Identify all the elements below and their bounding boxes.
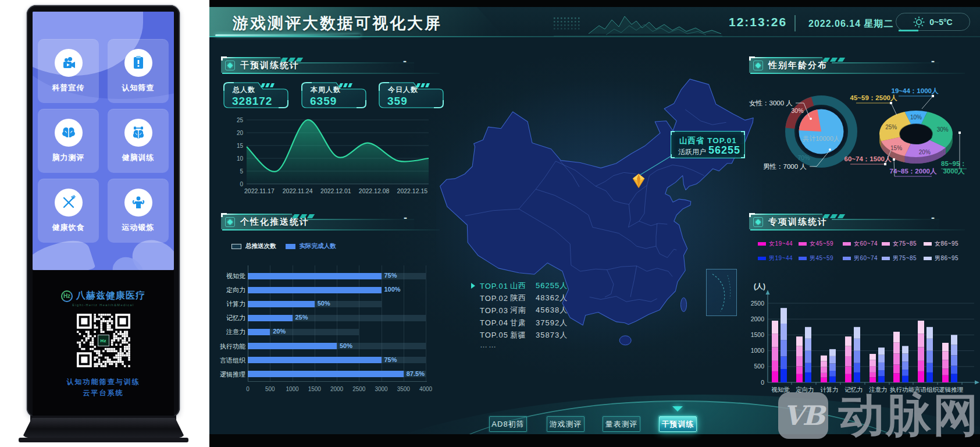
- date: 2022.06.14 星期二: [808, 18, 894, 30]
- chart-rect: [98, 354, 99, 356]
- chart-rect: [94, 320, 95, 322]
- kiosk-tile-3[interactable]: 脑力测评: [38, 109, 99, 173]
- minimize-button-gender-age[interactable]: -: [931, 58, 935, 64]
- legend-label: 男75~85: [893, 254, 917, 262]
- chart-text: 2022.12.08: [359, 187, 390, 194]
- chart-rect: [561, 17, 562, 19]
- legend-item-2[interactable]: 实际完成人数: [286, 242, 336, 250]
- div-shape: [749, 57, 822, 58]
- rect-shape: [137, 65, 139, 67]
- nav-button-1[interactable]: AD8初筛: [489, 416, 527, 432]
- legend-female-4[interactable]: 女75~85: [882, 240, 917, 248]
- stacked-bar-segment: [845, 366, 851, 374]
- stat-card-label: 今日人数: [388, 85, 418, 95]
- stacked-bar-segment: [796, 366, 803, 374]
- bar-percent-label: 87.5%: [407, 370, 425, 377]
- axis-line: [248, 265, 248, 381]
- muscle-icon: [124, 189, 152, 217]
- legend-male-5[interactable]: 男86~95: [924, 254, 958, 262]
- rect-shape: [136, 56, 141, 58]
- stacked-bar-segment: [893, 353, 900, 364]
- kiosk-tile-2[interactable]: 认知筛查: [108, 39, 169, 103]
- page-title: 游戏测评大数据可视化大屏: [233, 13, 442, 34]
- chart-text: 60~74：1500人: [844, 155, 892, 163]
- kiosk-stand-foot: [19, 438, 188, 442]
- stacked-bar-segment: [951, 366, 957, 374]
- minimize-button-special[interactable]: -: [931, 215, 935, 221]
- i-shape: [295, 58, 303, 62]
- top-province: 陕西: [510, 293, 536, 303]
- stacked-bar-segment: [772, 361, 778, 371]
- chart-rect: [85, 331, 87, 332]
- stacked-bar-segment: [893, 373, 900, 382]
- top-value: 48362人: [536, 293, 568, 303]
- chart-rect: [123, 346, 125, 347]
- div-shape: [832, 219, 939, 220]
- chart-rect: [117, 337, 119, 339]
- chart-rect: [106, 359, 108, 360]
- kiosk-tile-4[interactable]: 健脑训练: [108, 109, 169, 173]
- chart-rect: [100, 329, 102, 331]
- chart-rect: [98, 363, 99, 365]
- top-province: 新疆: [510, 330, 536, 340]
- bar-category-label: 逻辑推理: [218, 370, 245, 379]
- legend-swatch: [231, 244, 241, 249]
- div-shape: [227, 63, 233, 69]
- chart-rect: [884, 163, 886, 165]
- legend-female-2[interactable]: 女45~59: [799, 240, 833, 248]
- legend-label: 总推送次数: [245, 242, 276, 250]
- legend-swatch: [882, 257, 890, 260]
- legend-label: 男60~74: [854, 254, 878, 262]
- kiosk-tile-5[interactable]: 健康饮食: [38, 179, 99, 243]
- div-shape: [832, 62, 939, 63]
- stacked-bar-segment: [869, 354, 876, 360]
- legend-item-1[interactable]: 总推送次数: [231, 242, 276, 250]
- nav-button-2[interactable]: 游戏测评: [547, 416, 585, 432]
- chart-rect: [932, 95, 934, 97]
- grid-line: [315, 265, 315, 381]
- stacked-bar-segment: [772, 371, 778, 382]
- legend-female-5[interactable]: 女86~95: [924, 240, 958, 248]
- chart-rect: [554, 24, 555, 26]
- chart-rect: [109, 350, 111, 352]
- chart-rect: [98, 359, 99, 360]
- chart-rect: [100, 322, 102, 324]
- minimize-button-push[interactable]: -: [404, 215, 407, 221]
- chart-rect: [100, 365, 102, 367]
- kiosk-tile-6[interactable]: 运动锻炼: [108, 179, 169, 243]
- legend-female-1[interactable]: 女19~44: [758, 240, 793, 248]
- chart-rect: [123, 333, 125, 335]
- stacked-bar-segment: [951, 345, 957, 356]
- tooltip-metric-value: 56255: [708, 144, 740, 157]
- chart-rect: [85, 337, 87, 339]
- chart-rect: [117, 357, 119, 359]
- chart-text: 19~44：1000人: [892, 87, 939, 95]
- chart-rect: [111, 322, 112, 324]
- stacked-bar-segment: [893, 342, 900, 353]
- bar-category-label: 计算力: [218, 300, 245, 308]
- legend-male-2[interactable]: 男45~59: [799, 254, 833, 262]
- top-list-more: ……: [480, 340, 497, 349]
- legend-female-3[interactable]: 女60~74: [843, 240, 878, 248]
- top-rank: TOP.05: [480, 331, 510, 339]
- chart-rect: [557, 17, 559, 19]
- chart-rect: [91, 342, 93, 343]
- stacked-bar-segment: [926, 372, 933, 382]
- nav-button-4[interactable]: 干预训练: [659, 416, 697, 432]
- nav-button-3[interactable]: 量表测评: [603, 416, 640, 432]
- top-list-row-3: TOP.03河南45638人: [471, 304, 568, 316]
- stacked-bar-segment: [805, 351, 811, 363]
- stacked-bar-segment: [796, 356, 803, 366]
- stacked-bar-segment: [918, 371, 924, 382]
- legend-male-4[interactable]: 男75~85: [882, 254, 917, 262]
- legend-male-1[interactable]: 男19~44: [758, 254, 793, 262]
- chart-rect: [123, 337, 125, 339]
- minimize-button-training[interactable]: -: [403, 58, 407, 64]
- chart-rect: [109, 327, 111, 328]
- chart-rect: [119, 354, 121, 356]
- chart-rect: [117, 359, 119, 360]
- chart-rect: [94, 363, 95, 365]
- grid-line: [337, 265, 337, 381]
- legend-male-3[interactable]: 男60~74: [843, 254, 878, 262]
- kiosk-tile-1[interactable]: 科普宣传: [38, 39, 99, 103]
